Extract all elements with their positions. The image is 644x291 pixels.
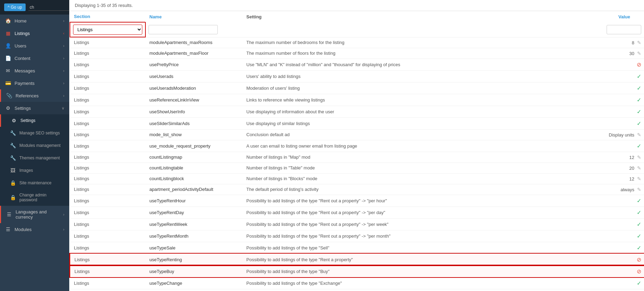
chevron-down-icon: ∨ (62, 106, 64, 111)
sidebar-item-change-admin[interactable]: 🔒 Change admin password (0, 189, 69, 206)
edit-icon[interactable]: ✎ (637, 187, 641, 192)
check-icon: ✓ (637, 245, 641, 251)
sidebar-item-modules[interactable]: ☰ Modules › (0, 223, 69, 236)
modules-icon: ☰ (5, 227, 11, 232)
table-row: Listingsapartment_periodActivityDefaultT… (70, 184, 644, 195)
themes-mgmt-icon: 🔧 (10, 155, 16, 161)
go-up-button[interactable]: ^ Go up (4, 3, 26, 11)
sidebar-label-settings: Settings (20, 118, 64, 123)
row-value: always✎ (589, 184, 644, 195)
col-section: Section (70, 11, 145, 22)
sidebar-item-languages[interactable]: ☰ Languages and currency › (0, 206, 69, 223)
row-section: Listings (70, 48, 145, 59)
row-value: ✓ (589, 277, 644, 289)
sidebar-label-payments: Payments (15, 81, 63, 86)
row-name: useTypeRentDay (145, 206, 242, 218)
table-row: ListingscountListingblockNumber of listi… (70, 173, 644, 184)
row-setting: Number of listings in "Blocks" mode (242, 173, 589, 184)
cross-icon: ⊘ (637, 257, 641, 263)
name-filter-input[interactable] (149, 25, 218, 34)
chevron-right-icon: › (63, 69, 64, 73)
value-text: always (620, 187, 634, 192)
edit-icon[interactable]: ✎ (637, 132, 641, 138)
table-row: ListingsuseReferenceLinkInViewLinks to r… (70, 94, 644, 106)
row-setting: A user can email to listing owner email … (242, 140, 589, 152)
images-icon: 🖼 (10, 168, 16, 173)
row-name: useTypeRentHour (145, 195, 242, 206)
chevron-right-icon: › (63, 94, 64, 98)
sidebar-item-settings[interactable]: ⚙ Settings (0, 114, 69, 127)
sidebar-item-themes-mgmt[interactable]: 🔧 Themes management (0, 152, 69, 164)
row-section: Listings (70, 195, 145, 206)
row-name: useTypeRentMonth (145, 230, 242, 242)
check-icon: ✓ (637, 210, 641, 215)
row-section: Listings (70, 94, 145, 106)
row-value: ✓ (589, 218, 644, 230)
sidebar-item-content[interactable]: 📄 Content › (0, 52, 69, 64)
row-section: Listings (70, 254, 145, 265)
edit-icon[interactable]: ✎ (637, 165, 641, 171)
value-text: 8 (632, 40, 634, 45)
sidebar-item-site-maintenance[interactable]: 🔒 Site maintenance (0, 177, 69, 189)
chevron-left-icon: ‹ (63, 31, 64, 35)
row-name: enableUserAdsCopy (145, 289, 242, 291)
row-name: useTypeRenting (145, 254, 242, 265)
row-value: ⊘ (589, 254, 644, 265)
check-icon: ✓ (637, 221, 641, 227)
sidebar-item-images[interactable]: 🖼 Images (0, 164, 69, 177)
row-setting: Moderation of users' listing (242, 82, 589, 94)
edit-icon[interactable]: ✎ (637, 176, 641, 182)
sidebar-item-modules-mgmt[interactable]: 🔧 Modules management (0, 139, 69, 152)
chevron-right-icon-lang: › (63, 212, 64, 217)
sidebar-item-listings[interactable]: ▦ Listings ‹ (0, 27, 69, 39)
chevron-right-icon: › (63, 44, 64, 48)
table-row: ListingsuseSliderSimilarAdsUse displayin… (70, 117, 644, 129)
row-name: useSliderSimilarAds (145, 117, 242, 129)
row-value: 20✎ (589, 162, 644, 173)
row-value: 8✎ (589, 37, 644, 48)
table-row: ListingsuseTypeRentHourPossibility to ad… (70, 195, 644, 206)
row-name: useTypeRentWeek (145, 218, 242, 230)
row-value: ✓ (589, 206, 644, 218)
table-row: ListingsuseTypeRentWeekPossibility to ad… (70, 218, 644, 230)
sidebar-item-payments[interactable]: 💳 Payments › (0, 77, 69, 89)
row-setting: The maximum number of floors for the lis… (242, 48, 589, 59)
main-content: Displaying 1-35 of 35 results. Section N… (69, 0, 644, 291)
sidebar-label-settings-parent: Settings (15, 106, 62, 111)
row-value: 12✎ (589, 173, 644, 184)
row-name: mode_list_show (145, 129, 242, 140)
sidebar-item-messages[interactable]: ✉ Messages › (0, 64, 69, 77)
row-value: ✓ (589, 140, 644, 152)
row-setting: Possibility to add listings of the type … (242, 242, 589, 254)
settings-icon: ⚙ (11, 118, 17, 123)
messages-icon: ✉ (5, 68, 11, 73)
edit-icon[interactable]: ✎ (637, 155, 641, 160)
value-filter-input[interactable] (607, 25, 641, 34)
cross-icon: ⊘ (637, 268, 641, 274)
table-row: ListingsuseTypeBuyPossibility to add lis… (70, 265, 644, 277)
section-filter-select[interactable]: Listings (73, 25, 142, 35)
row-section: Listings (70, 206, 145, 218)
sidebar-item-users[interactable]: 👤 Users › (0, 39, 69, 52)
search-input[interactable] (28, 4, 69, 11)
edit-icon[interactable]: ✎ (637, 51, 641, 56)
check-icon: ✓ (637, 143, 641, 149)
sidebar-item-manage-seo[interactable]: 🔧 Manage SEO settings (0, 127, 69, 139)
table-wrapper[interactable]: Section Name Setting Value Listings (69, 11, 644, 291)
row-section: Listings (70, 106, 145, 117)
sidebar-label-manage-seo: Manage SEO settings (19, 131, 64, 135)
row-section: Listings (70, 37, 145, 48)
row-value: 12✎ (589, 152, 644, 162)
check-icon: ✓ (637, 198, 641, 204)
sidebar-item-home[interactable]: 🏠 Home › (0, 15, 69, 27)
sidebar-item-settings-parent[interactable]: ⚙ Settings ∨ (0, 102, 69, 114)
row-section: Listings (70, 129, 145, 140)
row-name: apartment_periodActivityDefault (145, 184, 242, 195)
row-setting: The maximum number of bedrooms for the l… (242, 37, 589, 48)
sidebar-item-references[interactable]: 📎 References › (0, 89, 69, 102)
row-name: useUserads (145, 70, 242, 82)
results-summary: Displaying 1-35 of 35 results. (69, 0, 644, 11)
row-section: Listings (70, 173, 145, 184)
edit-icon[interactable]: ✎ (637, 40, 641, 45)
row-name: use_module_request_property (145, 140, 242, 152)
